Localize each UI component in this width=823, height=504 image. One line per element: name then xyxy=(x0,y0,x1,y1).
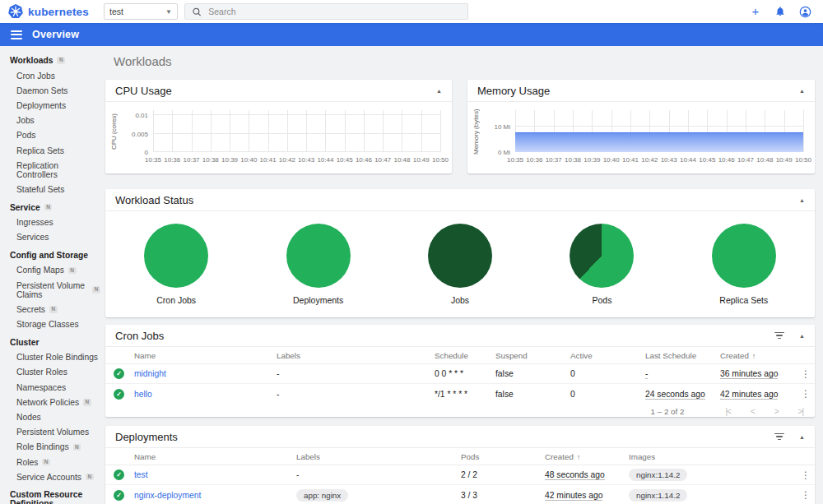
sidebar-item-role-bindings[interactable]: Role BindingsN xyxy=(0,440,104,455)
topbar-actions: + xyxy=(749,5,811,18)
notifications-icon[interactable] xyxy=(774,5,787,18)
pie-label: Jobs xyxy=(451,295,469,305)
sidebar-item-secrets[interactable]: SecretsN xyxy=(0,302,104,317)
sidebar-item-ingresses[interactable]: Ingresses xyxy=(0,215,104,230)
workload-status-replica-sets: Replica Sets xyxy=(673,224,815,305)
collapse-icon[interactable]: ▲ xyxy=(799,434,805,440)
row-menu-icon[interactable]: ⋮ xyxy=(801,388,811,400)
first-page-icon[interactable]: |< xyxy=(725,407,730,416)
sidebar-item-nodes[interactable]: Nodes xyxy=(0,409,104,424)
deployments-header: Deployments ▲ xyxy=(105,426,815,448)
collapse-icon[interactable]: ▲ xyxy=(436,88,442,94)
collapse-icon[interactable]: ▲ xyxy=(799,333,805,339)
last-page-icon[interactable]: >| xyxy=(798,407,803,416)
account-icon[interactable] xyxy=(798,5,811,18)
column-header-images[interactable]: Images xyxy=(629,452,797,461)
memory-chart: Memory (bytes) 10:3510:3610:3710:3810:39… xyxy=(467,102,815,173)
sidebar-item-roles[interactable]: RolesN xyxy=(0,455,104,469)
column-header-created[interactable]: Created↑ xyxy=(545,452,629,461)
sidebar-item-config-maps[interactable]: Config MapsN xyxy=(0,263,104,278)
sidebar-item-daemon-sets[interactable]: Daemon Sets xyxy=(0,83,104,98)
sidebar-item-label: Persistent Volume Claims xyxy=(16,281,88,299)
column-header-last-schedule[interactable]: Last Schedule xyxy=(645,351,720,360)
gridline xyxy=(402,110,402,152)
search-icon xyxy=(192,7,202,17)
filter-icon[interactable] xyxy=(774,432,784,442)
created-cell: 48 seconds ago xyxy=(545,470,629,479)
menu-icon[interactable] xyxy=(11,28,22,41)
column-header-label: Name xyxy=(134,351,156,360)
last-schedule-cell: - xyxy=(645,369,720,378)
column-header-name[interactable]: Name xyxy=(134,351,277,360)
sidebar-item-stateful-sets[interactable]: Stateful Sets xyxy=(0,182,104,197)
namespace-selector[interactable]: test ▼ xyxy=(104,3,178,20)
sidebar-item-label: Nodes xyxy=(16,413,41,422)
sidebar-item-jobs[interactable]: Jobs xyxy=(0,113,104,128)
created-value: 42 minutes ago xyxy=(720,390,778,400)
deployment-name-link[interactable]: nginx-deployment xyxy=(134,491,296,500)
schedule-cell: */1 * * * * xyxy=(435,390,495,399)
sidebar-item-label: Daemon Sets xyxy=(16,86,67,95)
active-cell: 0 xyxy=(570,369,645,378)
sidebar-item-services[interactable]: Services xyxy=(0,230,104,245)
sidebar-item-label: Stateful Sets xyxy=(16,185,64,194)
row-menu-icon[interactable]: ⋮ xyxy=(801,489,811,501)
search-input[interactable] xyxy=(208,7,461,16)
sidebar-item-cron-jobs[interactable]: Cron Jobs xyxy=(0,68,104,83)
sidebar-item-pods[interactable]: Pods xyxy=(0,128,104,143)
sidebar-section-workloads[interactable]: WorkloadsN xyxy=(0,52,104,68)
sidebar-item-storage-classes[interactable]: Storage Classes xyxy=(0,317,104,331)
filter-icon[interactable] xyxy=(774,331,784,341)
sidebar-item-replica-sets[interactable]: Replica Sets xyxy=(0,143,104,158)
sidebar-section-custom-resource-definitions[interactable]: Custom Resource Definitions xyxy=(0,486,104,504)
column-header-schedule[interactable]: Schedule xyxy=(435,351,495,360)
column-header-created[interactable]: Created↑ xyxy=(720,351,797,360)
sidebar-item-replication-controllers[interactable]: Replication Controllers xyxy=(0,158,104,182)
kubernetes-logo[interactable]: kubernetes xyxy=(8,4,104,19)
column-header-pods[interactable]: Pods xyxy=(461,452,545,461)
sidebar-item-label: Replication Controllers xyxy=(16,161,100,179)
chevron-left-icon[interactable]: < xyxy=(751,407,755,416)
y-tick-label: 0.01 xyxy=(135,112,148,119)
workload-status-title: Workload Status xyxy=(115,194,193,206)
labels-cell: app: nginx xyxy=(296,489,461,502)
sidebar-section-cluster[interactable]: Cluster xyxy=(0,334,104,350)
add-icon[interactable]: + xyxy=(749,5,762,18)
column-header-label: Pods xyxy=(461,452,479,461)
sidebar-section-config-and-storage[interactable]: Config and Storage xyxy=(0,247,104,263)
sidebar-item-label: Pods xyxy=(16,131,35,140)
cron-job-name-link[interactable]: hello xyxy=(134,390,277,399)
deployment-name-link[interactable]: test xyxy=(134,470,296,479)
column-header-name[interactable]: Name xyxy=(134,452,296,461)
x-tick-label: 10:50 xyxy=(795,156,811,164)
column-header-label: Name xyxy=(134,452,156,461)
workload-status-cron-jobs: Cron Jobs xyxy=(105,224,247,305)
search-bar[interactable] xyxy=(184,3,468,20)
sidebar-item-persistent-volume-claims[interactable]: Persistent Volume ClaimsN xyxy=(0,278,104,302)
column-header-labels[interactable]: Labels xyxy=(277,351,435,360)
row-menu-icon[interactable]: ⋮ xyxy=(801,469,811,481)
column-header-suspend[interactable]: Suspend xyxy=(495,351,570,360)
collapse-icon[interactable]: ▲ xyxy=(799,197,805,203)
column-header-active[interactable]: Active xyxy=(570,351,645,360)
gridline xyxy=(153,133,440,134)
page-title: Workloads xyxy=(114,54,172,68)
sidebar-item-persistent-volumes[interactable]: Persistent Volumes xyxy=(0,425,104,440)
cpu-card-title: CPU Usage xyxy=(115,85,172,97)
cron-job-name-link[interactable]: midnight xyxy=(134,369,277,378)
sidebar-item-namespaces[interactable]: Namespaces xyxy=(0,380,104,395)
x-tick-label: 10:45 xyxy=(337,156,353,164)
sidebar-section-service[interactable]: ServiceN xyxy=(0,199,104,215)
sidebar-item-cluster-role-bindings[interactable]: Cluster Role Bindings xyxy=(0,350,104,365)
collapse-icon[interactable]: ▲ xyxy=(799,88,805,94)
chevron-right-icon[interactable]: > xyxy=(774,407,779,416)
memory-plot: 10:3510:3610:3710:3810:3910:4010:4110:42… xyxy=(515,110,803,152)
gridline xyxy=(192,110,193,152)
sidebar-item-deployments[interactable]: Deployments xyxy=(0,98,104,113)
sidebar-item-label: Namespaces xyxy=(16,383,66,392)
column-header-labels[interactable]: Labels xyxy=(296,452,461,461)
sidebar-item-network-policies[interactable]: Network PoliciesN xyxy=(0,395,104,409)
sidebar-item-service-accounts[interactable]: Service AccountsN xyxy=(0,469,104,484)
row-menu-icon[interactable]: ⋮ xyxy=(801,368,811,380)
sidebar-item-cluster-roles[interactable]: Cluster Roles xyxy=(0,365,104,380)
